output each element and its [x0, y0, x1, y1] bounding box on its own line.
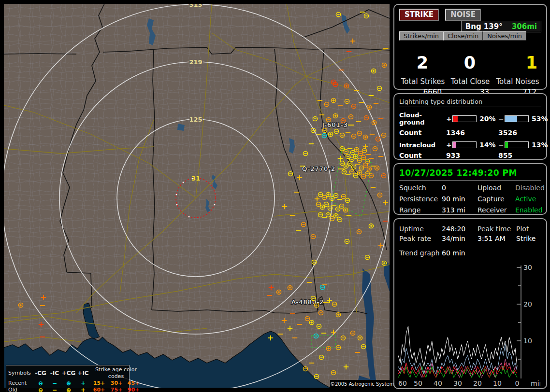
svg-text:125: 125	[189, 116, 202, 123]
noises-per-min-value: 1	[494, 53, 541, 72]
app-window: 31125219313 J-601-3Q-2770-2A-4880-2 Symb…	[0, 0, 550, 392]
noises-per-min-chip: Noises/min	[483, 31, 526, 41]
plot-label: Plot	[516, 225, 541, 233]
strikes-per-min-value: 2	[399, 53, 447, 72]
svg-text:A-4880-2: A-4880-2	[291, 298, 324, 306]
capture-status: Active	[515, 195, 541, 203]
plot-mode-value: Strike	[516, 235, 541, 242]
uptime-value: 248:20	[442, 225, 478, 233]
squelch-label: Squelch	[399, 184, 442, 192]
svg-text:min: min	[531, 379, 540, 387]
rates-section: STRIKE NOISE Bng 139° 306mi Strikes/min …	[393, 4, 547, 90]
persistence-value: 90 min	[442, 195, 478, 203]
ic-pos-count: 933	[446, 152, 498, 159]
upload-status: Disabled	[515, 184, 545, 192]
total-close-label: Total Close	[447, 77, 494, 86]
capture-label: Capture	[478, 195, 515, 203]
cg-count-label: Count	[399, 129, 446, 137]
old-cg-neg-icon: ⊖	[33, 387, 48, 392]
trend-section: Uptime 248:20 Peak time Plot Peak rate 3…	[393, 218, 547, 389]
plus-sign: +	[446, 115, 452, 123]
svg-text:219: 219	[189, 58, 202, 66]
ic-neg-bar	[505, 141, 529, 148]
legend-age-title: Strike age color codes	[90, 366, 142, 380]
legend-symbols-header: Symbols	[8, 370, 33, 377]
legend-col-ic-neg: -IC	[48, 370, 61, 377]
cg-pos-bar	[452, 115, 477, 122]
bearing-range: 306mi	[512, 22, 537, 31]
age-30: 30+	[108, 380, 125, 387]
legend-row-old: Old	[8, 387, 33, 392]
intracloud-label: Intracloud	[399, 141, 446, 149]
peak-rate-label: Peak rate	[399, 235, 442, 242]
ic-pos-bar	[452, 141, 477, 148]
range-value: 313 mi	[442, 206, 478, 214]
trend-graph: 1020306050403020100min	[395, 263, 540, 387]
age-15: 15+	[90, 380, 108, 387]
symbol-legend: Symbols -CG -IC +CG +IC Strike age color…	[6, 365, 130, 392]
persistence-label: Persistence	[399, 195, 442, 203]
lightning-map: 31125219313 J-601-3Q-2770-2A-4880-2 Symb…	[4, 4, 390, 388]
receiver-label: Receiver	[478, 206, 515, 214]
total-strikes-label: Total Strikes	[399, 77, 447, 86]
cg-pos-count: 1346	[446, 129, 498, 137]
svg-text:20: 20	[473, 379, 482, 387]
age-60: 60+	[90, 387, 108, 392]
copyright-text: ©2005 Astrogenic Systems	[330, 380, 390, 388]
svg-text:30: 30	[453, 379, 462, 387]
upload-label: Upload	[478, 184, 515, 192]
cg-neg-pct: 53%	[530, 115, 550, 123]
svg-text:20: 20	[523, 300, 532, 308]
legend-col-cg-neg: -CG	[33, 370, 48, 377]
old-ic-neg-icon: −	[48, 387, 61, 392]
recent-cg-neg-icon: ⊖	[33, 380, 48, 387]
recent-ic-neg-icon: −	[48, 380, 61, 387]
peak-time-value: 3:51 AM	[478, 235, 516, 242]
svg-text:313: 313	[189, 4, 202, 8]
svg-text:60: 60	[398, 379, 407, 387]
svg-text:10: 10	[523, 337, 532, 345]
trend-graph-window: 60 min	[442, 249, 478, 257]
cg-pos-pct: 20%	[478, 115, 498, 123]
distribution-title: Lightning type distribution	[399, 98, 541, 107]
cg-neg-bar	[505, 115, 529, 122]
legend-col-cg-pos: +CG	[61, 370, 76, 377]
age-90: 90+	[125, 387, 142, 392]
svg-text:50: 50	[414, 379, 422, 387]
uptime-label: Uptime	[399, 225, 442, 233]
svg-text:Q-2770-2: Q-2770-2	[302, 165, 335, 172]
receiver-status: Enabled	[515, 206, 543, 214]
receiver-section: 10/27/2025 12:49:20 PM Squelch 0 Upload …	[393, 163, 547, 215]
svg-text:0: 0	[515, 379, 520, 387]
old-cg-pos-icon: ⊕	[61, 387, 76, 392]
squelch-value: 0	[442, 184, 478, 192]
status-panel: STRIKE NOISE Bng 139° 306mi Strikes/min …	[393, 4, 547, 389]
svg-text:40: 40	[434, 379, 442, 387]
recent-cg-pos-icon: ⊕	[61, 380, 76, 387]
old-ic-pos-icon: +	[76, 387, 90, 392]
legend-row-recent: Recent	[8, 380, 33, 387]
noise-indicator-button[interactable]: NOISE	[445, 9, 481, 21]
ic-count-label: Count	[399, 152, 446, 159]
ic-neg-pct: 13%	[530, 141, 550, 149]
bearing-value: Bng 139°	[465, 22, 503, 31]
legend-col-ic-pos: +IC	[76, 370, 90, 377]
range-label: Range	[399, 206, 442, 214]
recent-ic-pos-icon: +	[76, 380, 90, 387]
svg-text:30: 30	[523, 264, 532, 271]
ic-neg-count: 855	[498, 152, 541, 159]
age-75: 75+	[108, 387, 125, 392]
distribution-section: Lightning type distribution Cloud-ground…	[393, 93, 547, 160]
total-noises-label: Total Noises	[494, 77, 541, 86]
svg-text:10: 10	[493, 379, 502, 387]
minus-sign: −	[498, 141, 505, 149]
trend-graph-label: Trend graph	[399, 249, 442, 257]
peak-rate-value: 34/min	[442, 235, 478, 242]
cloud-ground-label: Cloud-ground	[399, 112, 446, 126]
strike-indicator-button[interactable]: STRIKE	[399, 9, 439, 21]
strikes-per-min-chip: Strikes/min	[399, 31, 443, 41]
svg-text:J-601-3: J-601-3	[322, 121, 348, 128]
peak-time-label: Peak time	[478, 225, 516, 233]
bearing-readout: Bng 139° 306mi	[461, 21, 541, 32]
close-per-min-chip: Close/min	[443, 31, 483, 41]
